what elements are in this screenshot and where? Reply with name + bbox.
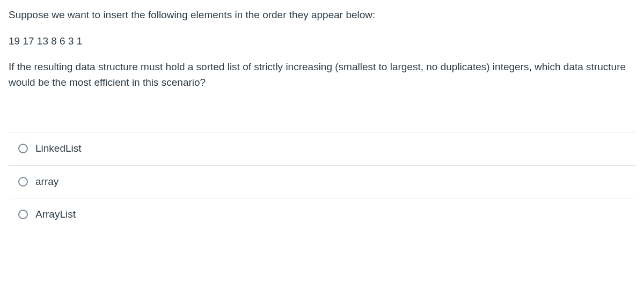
question-paragraph-3: If the resulting data structure must hol… <box>9 60 635 90</box>
question-paragraph-2: 19 17 13 8 6 3 1 <box>9 34 635 49</box>
option-label: array <box>35 174 58 190</box>
question-paragraph-1: Suppose we want to insert the following … <box>9 8 635 23</box>
option-label: LinkedList <box>35 141 82 157</box>
option-array[interactable]: array <box>9 165 635 198</box>
options-list: LinkedList array ArrayList <box>9 132 635 231</box>
radio-icon <box>18 144 28 153</box>
option-linkedlist[interactable]: LinkedList <box>9 132 635 165</box>
option-arraylist[interactable]: ArrayList <box>9 198 635 231</box>
option-label: ArrayList <box>35 207 76 222</box>
radio-icon <box>18 210 28 219</box>
question-text: Suppose we want to insert the following … <box>9 8 635 90</box>
radio-icon <box>18 177 28 187</box>
